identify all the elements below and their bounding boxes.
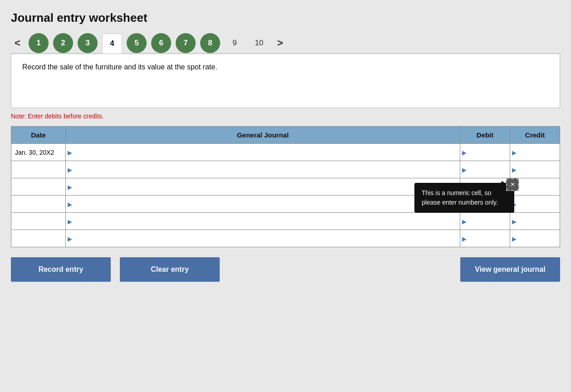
view-general-journal-button[interactable]: View general journal (460, 257, 560, 282)
button-row: Record entry Clear entry View general jo… (11, 257, 560, 282)
prev-arrow[interactable]: < (11, 35, 24, 51)
table-row: ▶ ▶ ✕ This is a numeric cell, so please … (11, 178, 560, 196)
debit-cell-2: ▶ (460, 161, 510, 178)
date-cell-2 (11, 161, 66, 178)
instruction-text: Record the sale of the furniture and its… (22, 63, 549, 71)
tab-5[interactable]: 5 (127, 33, 147, 53)
tooltip-popup: ✕ This is a numeric cell, so please ente… (414, 183, 514, 213)
clear-entry-button[interactable]: Clear entry (120, 257, 220, 282)
date-cell-5 (11, 213, 66, 230)
note-text: Note: Enter debits before credits. (11, 113, 560, 120)
debit-cell-5: ▶ (460, 213, 510, 230)
credit-cell-5: ▶ (510, 213, 560, 230)
tab-9[interactable]: 9 (225, 33, 245, 53)
debit-input-6[interactable] (460, 230, 510, 247)
tab-3[interactable]: 3 (78, 33, 98, 53)
general-cell-3: ▶ (66, 178, 460, 196)
general-cell-5: ▶ (66, 213, 460, 230)
tab-4[interactable]: 4 (102, 34, 122, 54)
col-date: Date (11, 127, 66, 144)
tab-10[interactable]: 10 (249, 33, 269, 53)
credit-cell-2: ▶ (510, 161, 560, 178)
general-cell-4: ▶ (66, 196, 460, 213)
date-cell-3 (11, 178, 66, 196)
general-input-1[interactable] (66, 144, 460, 161)
credit-cell-4: ▶ (510, 196, 560, 213)
date-cell-6 (11, 230, 66, 247)
tab-6[interactable]: 6 (151, 33, 171, 53)
general-input-5[interactable] (66, 213, 460, 230)
date-cell-4 (11, 196, 66, 213)
debit-input-5[interactable] (460, 213, 510, 230)
general-input-2[interactable] (66, 161, 460, 178)
page-title: Journal entry worksheet (11, 11, 560, 25)
table-row: ▶ ▶ ▶ (11, 213, 560, 230)
credit-input-5[interactable] (510, 213, 560, 230)
debit-cell-1: ▶ (460, 144, 510, 161)
tab-navigation: < 1 2 3 4 5 6 7 8 9 10 > (11, 33, 560, 53)
debit-input-2[interactable] (460, 161, 510, 178)
credit-input-2[interactable] (510, 161, 560, 178)
instruction-box: Record the sale of the furniture and its… (11, 54, 560, 108)
general-input-3[interactable] (66, 178, 460, 195)
journal-table: Date General Journal Debit Credit Jan. 3… (11, 126, 560, 247)
credit-input-4[interactable] (510, 196, 560, 212)
debit-cell-6: ▶ (460, 230, 510, 247)
general-input-6[interactable] (66, 230, 460, 247)
general-cell-6: ▶ (66, 230, 460, 247)
col-general-journal: General Journal (66, 127, 460, 144)
tab-1[interactable]: 1 (29, 33, 49, 53)
table-row: Jan. 30, 20X2 ▶ ▶ ▶ (11, 144, 560, 161)
table-row: ▶ ▶ ▶ (11, 230, 560, 247)
tab-8[interactable]: 8 (200, 33, 220, 53)
credit-input-1[interactable] (510, 144, 560, 161)
col-debit: Debit (460, 127, 510, 144)
table-row: ▶ ▶ ▶ (11, 161, 560, 178)
tab-7[interactable]: 7 (176, 33, 196, 53)
general-cell-1: ▶ (66, 144, 460, 161)
next-arrow[interactable]: > (274, 35, 287, 51)
credit-cell-1: ▶ (510, 144, 560, 161)
credit-cell-6: ▶ (510, 230, 560, 247)
general-input-4[interactable] (66, 196, 460, 212)
col-credit: Credit (510, 127, 560, 144)
date-value-1: Jan. 30, 20X2 (15, 149, 54, 156)
debit-input-1[interactable] (460, 144, 510, 161)
debit-cell-3: ▶ ✕ This is a numeric cell, so please en… (460, 178, 510, 196)
date-cell-1: Jan. 30, 20X2 (11, 144, 66, 161)
record-entry-button[interactable]: Record entry (11, 257, 111, 282)
general-cell-2: ▶ (66, 161, 460, 178)
tab-2[interactable]: 2 (53, 33, 73, 53)
credit-input-6[interactable] (510, 230, 560, 247)
tooltip-close-button[interactable]: ✕ (506, 178, 519, 191)
tooltip-text: This is a numeric cell, so please enter … (422, 189, 498, 206)
